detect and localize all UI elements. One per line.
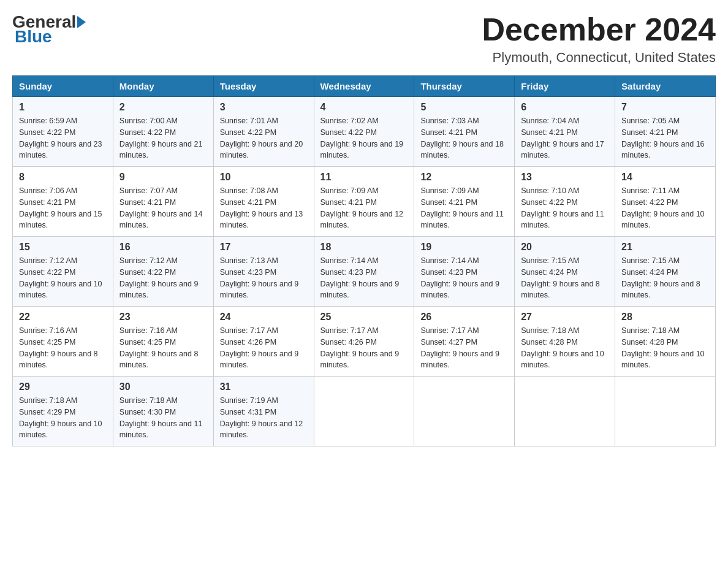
calendar-day-cell: 8 Sunrise: 7:06 AMSunset: 4:21 PMDayligh… <box>13 167 113 237</box>
calendar-day-cell: 29 Sunrise: 7:18 AMSunset: 4:29 PMDaylig… <box>13 377 113 446</box>
day-info: Sunrise: 7:07 AMSunset: 4:21 PMDaylight:… <box>119 186 203 229</box>
day-number: 3 <box>220 102 308 113</box>
day-info: Sunrise: 7:17 AMSunset: 4:27 PMDaylight:… <box>420 326 499 369</box>
calendar-day-cell: 6 Sunrise: 7:04 AMSunset: 4:21 PMDayligh… <box>515 97 615 167</box>
day-number: 23 <box>119 312 207 323</box>
calendar-day-cell: 15 Sunrise: 7:12 AMSunset: 4:22 PMDaylig… <box>13 237 113 307</box>
day-info: Sunrise: 7:08 AMSunset: 4:21 PMDaylight:… <box>220 186 303 229</box>
day-number: 4 <box>320 102 408 113</box>
day-number: 20 <box>521 242 609 253</box>
calendar-day-cell: 9 Sunrise: 7:07 AMSunset: 4:21 PMDayligh… <box>113 167 213 237</box>
header-tuesday: Tuesday <box>213 76 314 97</box>
day-info: Sunrise: 7:13 AMSunset: 4:23 PMDaylight:… <box>220 256 299 299</box>
day-number: 17 <box>220 242 308 253</box>
day-info: Sunrise: 7:17 AMSunset: 4:26 PMDaylight:… <box>320 326 400 369</box>
day-info: Sunrise: 7:05 AMSunset: 4:21 PMDaylight:… <box>621 117 705 159</box>
calendar-week-row: 15 Sunrise: 7:12 AMSunset: 4:22 PMDaylig… <box>13 237 716 307</box>
day-info: Sunrise: 7:06 AMSunset: 4:21 PMDaylight:… <box>19 186 102 229</box>
header-wednesday: Wednesday <box>314 76 414 97</box>
day-number: 19 <box>420 242 508 253</box>
calendar-day-cell: 3 Sunrise: 7:01 AMSunset: 4:22 PMDayligh… <box>213 97 314 167</box>
calendar-day-cell: 21 Sunrise: 7:15 AMSunset: 4:24 PMDaylig… <box>615 237 716 307</box>
calendar-day-cell: 11 Sunrise: 7:09 AMSunset: 4:21 PMDaylig… <box>314 167 414 237</box>
calendar-day-cell: 24 Sunrise: 7:17 AMSunset: 4:26 PMDaylig… <box>213 307 314 377</box>
day-number: 9 <box>119 172 207 183</box>
location-text: Plymouth, Connecticut, United States <box>482 50 716 66</box>
calendar-day-cell: 19 Sunrise: 7:14 AMSunset: 4:23 PMDaylig… <box>414 237 515 307</box>
day-info: Sunrise: 7:00 AMSunset: 4:22 PMDaylight:… <box>119 117 203 159</box>
day-number: 2 <box>119 102 207 113</box>
calendar-day-cell <box>414 377 515 446</box>
month-title: December 2024 <box>482 12 716 47</box>
weekday-header-row: Sunday Monday Tuesday Wednesday Thursday… <box>13 76 716 97</box>
calendar-week-row: 22 Sunrise: 7:16 AMSunset: 4:25 PMDaylig… <box>13 307 716 377</box>
logo: General Blue <box>12 12 87 47</box>
calendar-week-row: 29 Sunrise: 7:18 AMSunset: 4:29 PMDaylig… <box>13 377 716 446</box>
day-number: 26 <box>420 312 508 323</box>
day-info: Sunrise: 7:18 AMSunset: 4:28 PMDaylight:… <box>521 326 604 369</box>
title-section: December 2024 Plymouth, Connecticut, Uni… <box>482 12 716 66</box>
calendar-day-cell: 4 Sunrise: 7:02 AMSunset: 4:22 PMDayligh… <box>314 97 414 167</box>
day-info: Sunrise: 7:18 AMSunset: 4:29 PMDaylight:… <box>19 396 102 439</box>
day-info: Sunrise: 7:18 AMSunset: 4:28 PMDaylight:… <box>621 326 705 369</box>
day-info: Sunrise: 7:04 AMSunset: 4:21 PMDaylight:… <box>521 117 604 159</box>
day-number: 31 <box>220 381 308 393</box>
header-monday: Monday <box>113 76 213 97</box>
day-number: 21 <box>621 242 709 253</box>
calendar-day-cell: 22 Sunrise: 7:16 AMSunset: 4:25 PMDaylig… <box>13 307 113 377</box>
day-info: Sunrise: 7:16 AMSunset: 4:25 PMDaylight:… <box>119 326 199 369</box>
calendar-day-cell: 5 Sunrise: 7:03 AMSunset: 4:21 PMDayligh… <box>414 97 515 167</box>
calendar-day-cell: 14 Sunrise: 7:11 AMSunset: 4:22 PMDaylig… <box>615 167 716 237</box>
day-info: Sunrise: 7:12 AMSunset: 4:22 PMDaylight:… <box>19 256 102 299</box>
calendar-day-cell: 28 Sunrise: 7:18 AMSunset: 4:28 PMDaylig… <box>615 307 716 377</box>
calendar-day-cell: 26 Sunrise: 7:17 AMSunset: 4:27 PMDaylig… <box>414 307 515 377</box>
calendar-header: Sunday Monday Tuesday Wednesday Thursday… <box>13 76 716 97</box>
calendar-table: Sunday Monday Tuesday Wednesday Thursday… <box>12 75 716 446</box>
calendar-day-cell: 17 Sunrise: 7:13 AMSunset: 4:23 PMDaylig… <box>213 237 314 307</box>
calendar-body: 1 Sunrise: 6:59 AMSunset: 4:22 PMDayligh… <box>13 97 716 446</box>
day-number: 8 <box>19 172 107 183</box>
calendar-week-row: 8 Sunrise: 7:06 AMSunset: 4:21 PMDayligh… <box>13 167 716 237</box>
calendar-day-cell <box>615 377 716 446</box>
day-info: Sunrise: 7:09 AMSunset: 4:21 PMDaylight:… <box>420 186 504 229</box>
calendar-day-cell: 18 Sunrise: 7:14 AMSunset: 4:23 PMDaylig… <box>314 237 414 307</box>
calendar-day-cell <box>515 377 615 446</box>
day-info: Sunrise: 7:19 AMSunset: 4:31 PMDaylight:… <box>220 396 303 439</box>
day-number: 7 <box>621 102 709 113</box>
header-friday: Friday <box>515 76 615 97</box>
day-number: 25 <box>320 312 408 323</box>
day-number: 10 <box>220 172 308 183</box>
calendar-day-cell: 7 Sunrise: 7:05 AMSunset: 4:21 PMDayligh… <box>615 97 716 167</box>
day-number: 16 <box>119 242 207 253</box>
day-info: Sunrise: 7:14 AMSunset: 4:23 PMDaylight:… <box>420 256 499 299</box>
page-header: General Blue December 2024 Plymouth, Con… <box>12 12 716 66</box>
logo-blue-text: Blue <box>15 27 52 46</box>
day-info: Sunrise: 7:15 AMSunset: 4:24 PMDaylight:… <box>521 256 600 299</box>
day-number: 5 <box>420 102 508 113</box>
day-number: 13 <box>521 172 609 183</box>
day-info: Sunrise: 7:09 AMSunset: 4:21 PMDaylight:… <box>320 186 404 229</box>
day-info: Sunrise: 7:17 AMSunset: 4:26 PMDaylight:… <box>220 326 299 369</box>
header-sunday: Sunday <box>13 76 113 97</box>
day-info: Sunrise: 7:15 AMSunset: 4:24 PMDaylight:… <box>621 256 700 299</box>
calendar-day-cell: 16 Sunrise: 7:12 AMSunset: 4:22 PMDaylig… <box>113 237 213 307</box>
day-number: 11 <box>320 172 408 183</box>
calendar-day-cell: 20 Sunrise: 7:15 AMSunset: 4:24 PMDaylig… <box>515 237 615 307</box>
calendar-day-cell <box>314 377 414 446</box>
day-number: 14 <box>621 172 709 183</box>
header-thursday: Thursday <box>414 76 515 97</box>
day-info: Sunrise: 7:14 AMSunset: 4:23 PMDaylight:… <box>320 256 400 299</box>
calendar-day-cell: 25 Sunrise: 7:17 AMSunset: 4:26 PMDaylig… <box>314 307 414 377</box>
calendar-week-row: 1 Sunrise: 6:59 AMSunset: 4:22 PMDayligh… <box>13 97 716 167</box>
day-info: Sunrise: 7:10 AMSunset: 4:22 PMDaylight:… <box>521 186 604 229</box>
day-number: 15 <box>19 242 107 253</box>
day-number: 28 <box>621 312 709 323</box>
day-info: Sunrise: 7:02 AMSunset: 4:22 PMDaylight:… <box>320 117 404 159</box>
day-number: 12 <box>420 172 508 183</box>
calendar-day-cell: 2 Sunrise: 7:00 AMSunset: 4:22 PMDayligh… <box>113 97 213 167</box>
day-info: Sunrise: 7:03 AMSunset: 4:21 PMDaylight:… <box>420 117 504 159</box>
day-info: Sunrise: 7:18 AMSunset: 4:30 PMDaylight:… <box>119 396 203 439</box>
day-info: Sunrise: 7:16 AMSunset: 4:25 PMDaylight:… <box>19 326 98 369</box>
calendar-day-cell: 27 Sunrise: 7:18 AMSunset: 4:28 PMDaylig… <box>515 307 615 377</box>
calendar-day-cell: 31 Sunrise: 7:19 AMSunset: 4:31 PMDaylig… <box>213 377 314 446</box>
